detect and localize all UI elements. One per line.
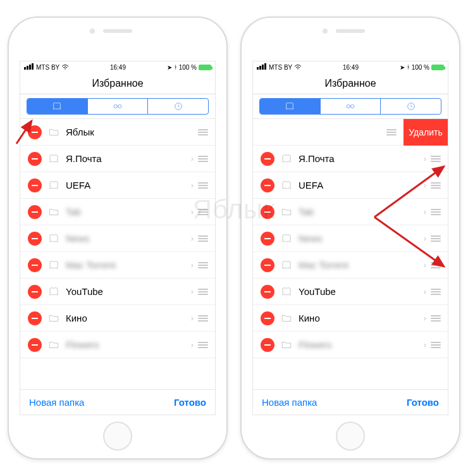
- item-title: Tab: [299, 206, 420, 217]
- glasses-icon: [113, 101, 123, 111]
- list-item[interactable]: Кино›: [20, 305, 215, 332]
- book-icon: [285, 101, 295, 111]
- delete-button[interactable]: Удалить: [403, 119, 448, 146]
- clock-icon: [406, 101, 416, 111]
- item-title: Flowers: [299, 339, 420, 350]
- delete-toggle-icon[interactable]: [28, 338, 42, 352]
- reorder-handle-icon[interactable]: [430, 209, 441, 215]
- tab-history[interactable]: [148, 99, 208, 114]
- delete-toggle-icon[interactable]: [28, 152, 42, 166]
- reorder-handle-icon[interactable]: [430, 262, 441, 268]
- folder-icon: [48, 313, 59, 324]
- signal-icon: [257, 63, 267, 71]
- list-item[interactable]: Mac Torrent›: [253, 252, 448, 279]
- delete-toggle-icon[interactable]: [261, 232, 274, 246]
- list-item[interactable]: Яблык: [253, 119, 403, 146]
- camera: [90, 28, 95, 34]
- reorder-handle-icon[interactable]: [197, 156, 209, 162]
- battery-icon: [199, 65, 211, 70]
- reorder-handle-icon[interactable]: [197, 262, 209, 268]
- battery-pct: 100 %: [412, 64, 429, 71]
- list-item[interactable]: Я.Почта›: [20, 146, 215, 172]
- segmented-control: [20, 94, 215, 119]
- delete-toggle-icon[interactable]: [261, 152, 274, 166]
- done-button[interactable]: Готово: [407, 397, 439, 408]
- bookmark-icon: [281, 233, 292, 244]
- delete-toggle-icon[interactable]: [28, 311, 42, 325]
- reorder-handle-icon[interactable]: [430, 235, 441, 242]
- item-title: Я.Почта: [66, 153, 187, 164]
- delete-toggle-icon[interactable]: [261, 258, 274, 272]
- home-button[interactable]: [103, 422, 132, 451]
- navigation-icon: ➤: [167, 64, 172, 71]
- item-title: UEFA: [299, 180, 420, 191]
- list-item[interactable]: YouTube›: [20, 279, 215, 305]
- reorder-handle-icon[interactable]: [197, 182, 209, 189]
- list-item[interactable]: Кино›: [253, 305, 448, 332]
- list-item[interactable]: News›: [20, 225, 215, 252]
- reorder-handle-icon[interactable]: [197, 209, 209, 215]
- item-title: Flowers: [66, 339, 187, 350]
- segmented-control: [253, 94, 448, 119]
- home-button[interactable]: [336, 422, 365, 451]
- tab-history[interactable]: [381, 99, 441, 114]
- delete-toggle-icon[interactable]: [261, 338, 274, 352]
- navigation-icon: ➤: [400, 64, 405, 71]
- list-item[interactable]: Flowers›: [20, 332, 215, 358]
- list-item[interactable]: UEFA›: [20, 172, 215, 199]
- svg-point-3: [347, 104, 350, 108]
- bookmark-icon: [281, 180, 292, 191]
- navbar: Избранное: [20, 73, 215, 94]
- delete-toggle-icon[interactable]: [261, 205, 274, 219]
- new-folder-button[interactable]: Новая папка: [29, 397, 84, 408]
- reorder-handle-icon[interactable]: [197, 315, 209, 322]
- reorder-handle-icon[interactable]: [430, 156, 441, 162]
- delete-toggle-icon[interactable]: [261, 285, 274, 299]
- list-item[interactable]: Tab›: [20, 199, 215, 225]
- tab-bookmarks[interactable]: [260, 99, 321, 114]
- chevron-right-icon: ›: [191, 260, 194, 270]
- delete-toggle-icon[interactable]: [28, 285, 42, 299]
- done-button[interactable]: Готово: [174, 397, 206, 408]
- delete-toggle-icon[interactable]: [261, 311, 274, 325]
- carrier-label: MTS BY: [36, 64, 59, 71]
- navbar: Избранное: [253, 73, 448, 94]
- reorder-handle-icon[interactable]: [386, 129, 397, 135]
- list-item[interactable]: Flowers›: [253, 332, 448, 358]
- reorder-handle-icon[interactable]: [197, 342, 209, 348]
- list-item[interactable]: Я.Почта›: [253, 146, 448, 172]
- list-item[interactable]: Mac Torrent›: [20, 252, 215, 279]
- reorder-handle-icon[interactable]: [430, 342, 441, 348]
- list-item[interactable]: Tab›: [253, 199, 448, 225]
- delete-toggle-icon[interactable]: [28, 125, 42, 139]
- item-title: Кино: [299, 313, 420, 323]
- bookmark-icon: [48, 180, 59, 191]
- tab-readinglist[interactable]: [88, 99, 149, 114]
- list-item[interactable]: Яблык: [20, 119, 215, 146]
- reorder-handle-icon[interactable]: [430, 315, 441, 322]
- new-folder-button[interactable]: Новая папка: [262, 397, 317, 408]
- delete-toggle-icon[interactable]: [28, 178, 42, 192]
- delete-toggle-icon[interactable]: [28, 205, 42, 219]
- reorder-handle-icon[interactable]: [430, 289, 441, 295]
- tab-bookmarks[interactable]: [27, 99, 88, 114]
- list-item[interactable]: News›: [253, 225, 448, 252]
- book-icon: [52, 101, 62, 111]
- list-item[interactable]: UEFA›: [253, 172, 448, 199]
- delete-toggle-icon[interactable]: [28, 258, 42, 272]
- delete-toggle-icon[interactable]: [261, 178, 274, 192]
- glasses-icon: [345, 101, 355, 111]
- reorder-handle-icon[interactable]: [197, 129, 209, 135]
- reorder-handle-icon[interactable]: [197, 235, 209, 242]
- bookmarks-list: ЯблыкЯ.Почта›UEFA›Tab›News›Mac Torrent›Y…: [20, 119, 215, 389]
- delete-toggle-icon[interactable]: [28, 232, 42, 246]
- clock-label: 16:49: [343, 64, 359, 71]
- reorder-handle-icon[interactable]: [430, 182, 441, 189]
- tab-readinglist[interactable]: [321, 99, 381, 114]
- list-item[interactable]: YouTube›: [253, 279, 448, 305]
- bookmark-icon: [48, 286, 59, 298]
- navbar-title: Избранное: [324, 78, 376, 89]
- reorder-handle-icon[interactable]: [197, 289, 209, 295]
- chevron-right-icon: ›: [191, 340, 194, 349]
- folder-icon: [281, 313, 292, 324]
